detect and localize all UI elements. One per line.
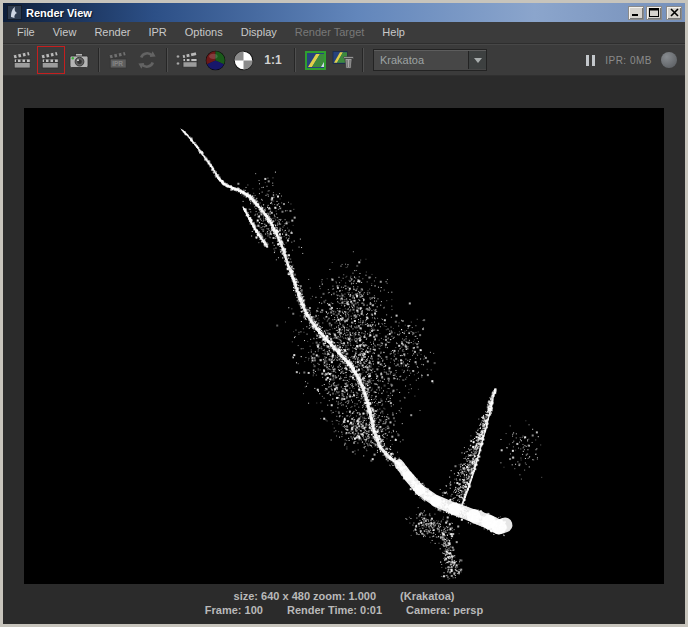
ipr-status-indicator [661, 52, 677, 68]
render-region-button[interactable] [38, 47, 64, 73]
render-viewport: size: 640 x 480 zoom: 1.000 (Krakatoa) F… [3, 76, 685, 624]
render-sequence-button[interactable] [174, 47, 200, 73]
rgb-sphere-icon [205, 50, 226, 71]
image-trash-icon [332, 50, 355, 70]
display-alpha-button[interactable] [230, 47, 256, 73]
maya-app-icon[interactable] [7, 5, 22, 20]
status-renderer: (Krakatoa) [400, 589, 454, 603]
toolbar-separator [294, 48, 296, 72]
menu-file[interactable]: File [8, 22, 44, 43]
status-line-1: size: 640 x 480 zoom: 1.000 (Krakatoa) [222, 589, 467, 603]
pause-ipr-icon [586, 55, 598, 66]
renderer-dropdown-value: Krakatoa [374, 54, 468, 66]
redo-previous-render-button[interactable] [10, 47, 36, 73]
display-rgb-button[interactable] [202, 47, 228, 73]
chevron-down-icon[interactable] [468, 51, 486, 69]
status-line-2: Frame: 100 Render Time: 0:01 Camera: per… [193, 603, 495, 617]
maximize-button[interactable] [646, 6, 662, 20]
remove-image-button[interactable] [330, 47, 356, 73]
close-button[interactable] [666, 6, 682, 20]
status-camera: Camera: persp [406, 603, 483, 617]
svg-text:IPR: IPR [112, 60, 123, 67]
status-frame: Frame: 100 [205, 603, 263, 617]
keep-image-button[interactable] [302, 47, 328, 73]
toolbar: IPR [3, 44, 685, 76]
menu-view[interactable]: View [44, 22, 86, 43]
clapperboard-dots-icon [175, 50, 199, 70]
refresh-ipr-button[interactable] [134, 47, 160, 73]
menu-display[interactable]: Display [232, 22, 286, 43]
clapperboard-red-box-icon [40, 50, 62, 70]
ipr-memory-label: IPR: 0MB [605, 55, 652, 66]
image-green-frame-icon [305, 51, 326, 70]
renderer-dropdown[interactable]: Krakatoa [373, 49, 487, 71]
status-render-time: Render Time: 0:01 [287, 603, 382, 617]
snapshot-button[interactable] [66, 47, 92, 73]
alpha-quadrant-circle-icon [233, 50, 254, 71]
menu-render-target: Render Target [286, 22, 374, 43]
status-size-zoom: size: 640 x 480 zoom: 1.000 [234, 589, 376, 603]
actual-size-label: 1:1 [264, 53, 281, 67]
ipr-clapperboard-icon: IPR [108, 50, 130, 70]
menu-render[interactable]: Render [85, 22, 139, 43]
toolbar-separator [98, 48, 100, 72]
render-view-window: Render View File View Render IPR Options… [0, 0, 688, 627]
refresh-arrows-icon [137, 50, 157, 70]
menu-options[interactable]: Options [176, 22, 232, 43]
toolbar-separator [362, 48, 364, 72]
render-canvas[interactable] [24, 108, 664, 584]
actual-size-button[interactable]: 1:1 [258, 47, 288, 73]
menu-help[interactable]: Help [373, 22, 414, 43]
menubar: File View Render IPR Options Display Ren… [3, 22, 685, 44]
camera-icon [68, 51, 90, 70]
clapperboard-icon [12, 50, 34, 70]
minimize-button[interactable] [628, 6, 644, 20]
toolbar-separator [166, 48, 168, 72]
ipr-render-button[interactable]: IPR [106, 47, 132, 73]
window-title: Render View [26, 7, 626, 19]
menu-ipr[interactable]: IPR [139, 22, 175, 43]
titlebar[interactable]: Render View [3, 3, 685, 22]
